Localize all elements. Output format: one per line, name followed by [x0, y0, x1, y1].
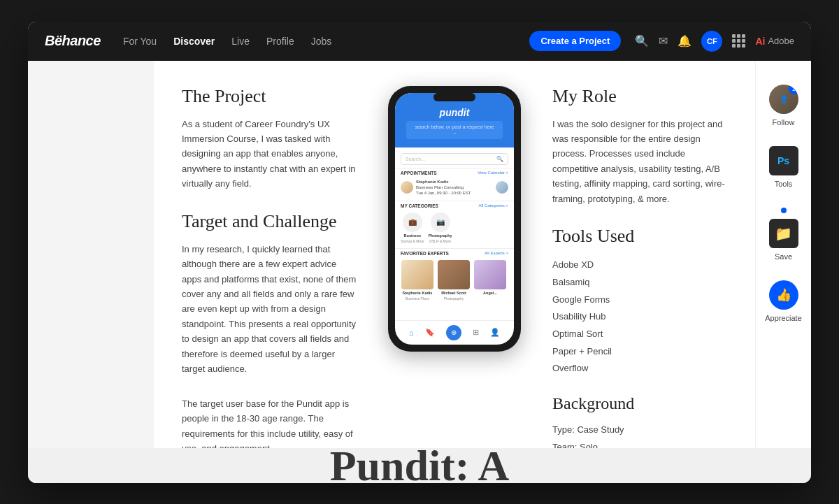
- left-spacer: [28, 61, 154, 448]
- tool-5: Optimal Sort: [552, 326, 727, 343]
- person-nav-icon[interactable]: 👤: [490, 328, 500, 337]
- user-avatar[interactable]: CF: [701, 31, 722, 52]
- phone-notch: [433, 93, 475, 101]
- navbar: Bëhance For You Discover Live Profile Jo…: [28, 22, 811, 61]
- view-calendar-link[interactable]: View Calendar >: [478, 171, 508, 175]
- appt2-avatar: [496, 181, 508, 194]
- my-role-body: I was the solo designer for this project…: [552, 117, 727, 207]
- appointment-1: Stephanie Kadis Business Plan Consulting…: [395, 178, 514, 198]
- bottom-big-text: Pundit: A: [330, 448, 510, 483]
- tools-label[interactable]: Tools: [775, 180, 793, 188]
- the-project-title: The Project: [182, 86, 357, 107]
- cat2-sub: DSLR & More: [429, 239, 451, 243]
- expert1-photo: [401, 260, 433, 289]
- grid-nav-icon[interactable]: ⊞: [473, 328, 479, 337]
- nav-for-you[interactable]: For You: [123, 36, 157, 47]
- search-nav-button[interactable]: ⊕: [446, 325, 461, 340]
- nav-live[interactable]: Live: [231, 36, 250, 47]
- experts-label: FAVORITED EXPERTS: [401, 251, 449, 256]
- all-categories-link[interactable]: All Categories >: [478, 203, 508, 208]
- ps-icon: Ps: [769, 146, 798, 175]
- save-action[interactable]: 📁 Save: [763, 198, 804, 271]
- cat2-name: Photography: [429, 233, 452, 238]
- the-project-body: As a student of Career Foundry's UX Imme…: [182, 117, 357, 192]
- nav-profile[interactable]: Profile: [266, 36, 294, 47]
- experts-header: FAVORITED EXPERTS All Experts >: [395, 249, 514, 258]
- expert1-role: Business Plans: [406, 296, 429, 301]
- sidebar-actions: 👤 2 Follow Ps Tools 📁 Save: [755, 61, 811, 448]
- expert2-name: Michael Scott: [441, 291, 466, 295]
- page-area: The Project As a student of Career Found…: [28, 61, 811, 448]
- expert3-photo: [474, 260, 506, 289]
- phone-experts: FAVORITED EXPERTS All Experts > Stephani…: [395, 248, 514, 303]
- tool-7: Overflow: [552, 360, 727, 377]
- content-wrapper: The Project As a student of Career Found…: [28, 61, 811, 483]
- appreciate-action[interactable]: 👍 Appreciate: [759, 271, 808, 332]
- target-body-1: In my research, I quickly learned that a…: [182, 242, 357, 377]
- save-label[interactable]: Save: [775, 252, 792, 261]
- bottom-text-area: Pundit: A: [28, 448, 811, 483]
- folder-icon: 📁: [769, 219, 798, 248]
- follow-badge: 2: [789, 85, 798, 94]
- create-project-button[interactable]: Create a Project: [529, 31, 621, 51]
- expert-3[interactable]: Angel...: [473, 260, 507, 301]
- phone-search-input[interactable]: Search... 🔍: [401, 153, 508, 165]
- appt1-avatar: [401, 181, 413, 194]
- tools-action[interactable]: Ps Tools: [763, 136, 804, 198]
- expert-2[interactable]: Michael Scott Photography: [437, 260, 471, 301]
- phone-appointments: APPOINTMENTS View Calendar > Stephanie K…: [395, 168, 514, 198]
- expert3-name: Angel...: [483, 291, 497, 295]
- search-icon[interactable]: 🔍: [635, 34, 649, 48]
- expert-1[interactable]: Stephanie Kadis Business Plans: [401, 260, 434, 301]
- expert1-name: Stephanie Kadis: [403, 291, 433, 295]
- browser-window: Bëhance For You Discover Live Profile Jo…: [28, 22, 811, 483]
- bg-type: Type: Case Study: [552, 422, 727, 439]
- expert2-photo: [438, 260, 470, 289]
- nav-right: 🔍 ✉ 🔔 CF Ai Adobe: [635, 31, 794, 52]
- my-role-title: My Role: [552, 86, 727, 107]
- cat1-name: Business: [404, 233, 421, 238]
- photography-icon: 📷: [431, 213, 450, 232]
- like-icon: 👍: [769, 280, 798, 310]
- phone-appt-header: APPOINTMENTS View Calendar >: [395, 168, 514, 178]
- nav-jobs[interactable]: Jobs: [311, 36, 332, 47]
- author-avatar: 👤 2: [769, 85, 798, 114]
- apps-grid-icon[interactable]: [732, 34, 745, 48]
- bookmark-nav-icon[interactable]: 🔖: [425, 328, 435, 337]
- experts-list: Stephanie Kadis Business Plans Michael S…: [395, 258, 514, 303]
- background-details: Type: Case Study Team: Solo Time Allotme…: [552, 422, 727, 448]
- appointments-label: APPOINTMENTS: [401, 171, 437, 175]
- target-title: Target and Challenge: [182, 211, 357, 232]
- phone-screen: pundit search below, or post a request h…: [395, 93, 514, 345]
- all-experts-link[interactable]: All Experts >: [485, 251, 508, 256]
- target-body-2: The target user base for the Pundit app …: [182, 396, 357, 448]
- bell-icon[interactable]: 🔔: [677, 34, 691, 48]
- phone-search-bar: search below, or post a request here →: [406, 121, 503, 139]
- follow-action[interactable]: 👤 2 Follow: [763, 75, 804, 136]
- background-title: Background: [552, 394, 727, 413]
- category-photography[interactable]: 📷 Photography DSLR & More: [429, 213, 452, 243]
- adobe-logo: Ai Adobe: [755, 36, 794, 47]
- behance-logo[interactable]: Bëhance: [45, 33, 101, 49]
- tool-6: Paper + Pencil: [552, 343, 727, 361]
- appreciate-label[interactable]: Appreciate: [765, 314, 802, 322]
- categories-label: MY CATEGORIES: [401, 203, 438, 208]
- phone-mockup-column: pundit search below, or post a request h…: [385, 86, 524, 423]
- mail-icon[interactable]: ✉: [659, 34, 668, 48]
- main-content: The Project As a student of Career Found…: [154, 61, 755, 448]
- categories-header: MY CATEGORIES All Categories >: [395, 201, 514, 210]
- home-nav-icon[interactable]: ⌂: [409, 329, 414, 337]
- categories-list: 💼 Business Startup & More 📷 Photography …: [395, 210, 514, 245]
- tool-4: Usability Hub: [552, 308, 727, 326]
- phone-mockup: pundit search below, or post a request h…: [388, 86, 521, 352]
- tools-list: Adobe XD Balsamiq Google Forms Usability…: [552, 257, 727, 377]
- category-business[interactable]: 💼 Business Startup & More: [401, 213, 424, 243]
- tool-2: Balsamiq: [552, 274, 727, 291]
- nav-links: For You Discover Live Profile Jobs: [123, 36, 530, 47]
- follow-label[interactable]: Follow: [773, 118, 795, 127]
- cat1-sub: Startup & More: [401, 239, 424, 243]
- tool-3: Google Forms: [552, 291, 727, 309]
- bg-team: Team: Solo: [552, 439, 727, 448]
- appt1-details: Stephanie Kadis Business Plan Consulting…: [416, 179, 471, 196]
- nav-discover[interactable]: Discover: [173, 36, 215, 47]
